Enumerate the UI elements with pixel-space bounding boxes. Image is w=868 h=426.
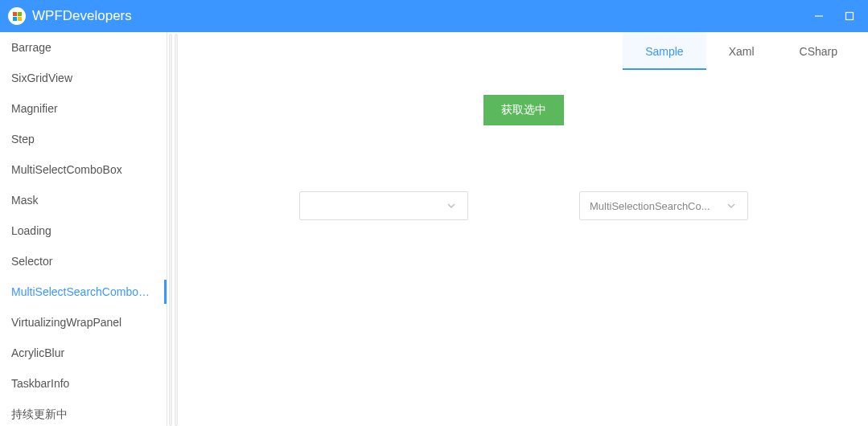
sidebar-item[interactable]: 持续更新中 xyxy=(0,399,167,426)
sidebar-item[interactable]: SixGridView xyxy=(0,63,167,93)
sidebar-item-label: VirtualizingWrapPanel xyxy=(11,316,121,329)
multi-select-combo-2[interactable]: MultiSelectionSearchCo... xyxy=(579,191,748,220)
get-selection-button[interactable]: 获取选中 xyxy=(483,95,564,125)
chevron-down-icon xyxy=(445,203,458,208)
tab-bar: SampleXamlCSharp xyxy=(179,32,868,71)
splitter-rail xyxy=(175,34,178,426)
sidebar-item[interactable]: Step xyxy=(0,124,167,154)
sidebar-item[interactable]: Mask xyxy=(0,185,167,215)
combo-2-text: MultiSelectionSearchCo... xyxy=(590,200,725,212)
minimize-button[interactable] xyxy=(813,10,825,22)
chevron-down-icon xyxy=(725,203,738,208)
content: 获取选中 MultiSelectionSearchCo... xyxy=(179,71,868,426)
multi-select-combo-1[interactable] xyxy=(299,191,468,220)
sidebar-item-label: Loading xyxy=(11,224,51,237)
sidebar-item[interactable]: MultiSelectComboBox xyxy=(0,154,167,185)
sidebar-item[interactable]: VirtualizingWrapPanel xyxy=(0,307,167,338)
tab[interactable]: CSharp xyxy=(777,32,860,70)
sidebar-item[interactable]: AcrylicBlur xyxy=(0,338,167,368)
sidebar-item[interactable]: Loading xyxy=(0,215,167,246)
sidebar: BarrageSixGridViewMagnifierStepMultiSele… xyxy=(0,32,167,426)
sidebar-item-label: AcrylicBlur xyxy=(11,346,64,359)
sidebar-item-label: MultiSelectComboBox xyxy=(11,163,122,176)
sidebar-item-label: 持续更新中 xyxy=(11,408,68,420)
window-controls xyxy=(813,10,862,22)
svg-rect-1 xyxy=(846,13,854,20)
sidebar-item-label: SixGridView xyxy=(11,72,72,84)
sidebar-item-label: Step xyxy=(11,133,35,145)
app-title: WPFDevelopers xyxy=(32,8,132,24)
sidebar-item[interactable]: TaskbarInfo xyxy=(0,368,167,399)
app-logo-icon xyxy=(8,7,26,25)
sidebar-item-label: Barrage xyxy=(11,41,51,54)
app-window: WPFDevelopers BarrageSixGridViewMagnifie… xyxy=(0,0,868,426)
sidebar-item-label: Mask xyxy=(11,194,38,207)
splitter[interactable] xyxy=(167,32,179,426)
sidebar-item[interactable]: Magnifier xyxy=(0,93,167,124)
main: SampleXamlCSharp 获取选中 MultiSelectionSear… xyxy=(179,32,868,426)
splitter-rail xyxy=(169,34,172,426)
tab[interactable]: Sample xyxy=(623,32,706,70)
tab-label: Xaml xyxy=(729,45,755,58)
sidebar-item[interactable]: Barrage xyxy=(0,32,167,63)
tab[interactable]: Xaml xyxy=(706,32,777,70)
body: BarrageSixGridViewMagnifierStepMultiSele… xyxy=(0,32,868,426)
sidebar-item-label: Magnifier xyxy=(11,102,58,115)
combo-row: MultiSelectionSearchCo... xyxy=(179,191,868,220)
titlebar: WPFDevelopers xyxy=(0,0,868,32)
tab-label: CSharp xyxy=(800,45,837,58)
sidebar-item-label: TaskbarInfo xyxy=(11,377,69,390)
sidebar-item-label: MultiSelectSearchComboBox xyxy=(11,285,158,298)
tab-label: Sample xyxy=(645,45,683,58)
sidebar-item[interactable]: MultiSelectSearchComboBox xyxy=(0,276,167,307)
sidebar-item[interactable]: Selector xyxy=(0,246,167,276)
maximize-button[interactable] xyxy=(844,10,855,22)
sidebar-item-label: Selector xyxy=(11,255,52,268)
